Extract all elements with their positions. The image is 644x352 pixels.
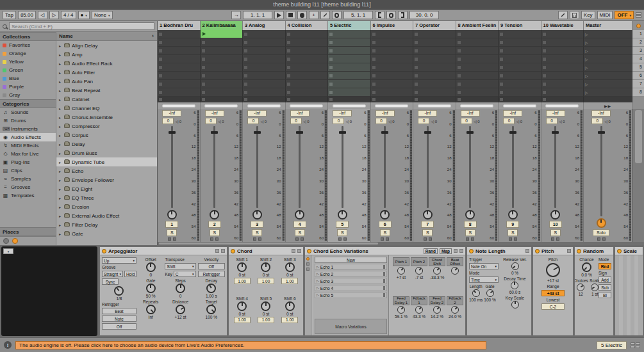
clip-slot[interactable] bbox=[371, 55, 414, 63]
volume-fader[interactable] bbox=[554, 126, 556, 208]
clip-slot[interactable] bbox=[286, 30, 329, 38]
arp-gate-knob[interactable] bbox=[146, 284, 156, 293]
automation-arm-button[interactable] bbox=[320, 11, 330, 19]
scene-launch-slot[interactable]: ▷ bbox=[584, 80, 632, 88]
arp-retrigger-option-button[interactable]: Beat bbox=[102, 308, 136, 314]
scene-scrollbar[interactable] bbox=[632, 109, 644, 242]
scene-number[interactable]: 6 bbox=[632, 72, 644, 80]
monitor-icon[interactable] bbox=[258, 237, 261, 241]
clip-stop-button[interactable] bbox=[286, 97, 329, 102]
category-item[interactable]: ⌨ Instruments bbox=[0, 125, 56, 133]
nudge-down-button[interactable]: ◁ bbox=[38, 11, 47, 19]
monitor-icon[interactable] bbox=[215, 237, 219, 241]
fader-handle[interactable] bbox=[254, 131, 261, 134]
clip-slot[interactable] bbox=[541, 38, 584, 47]
clip-slot[interactable] bbox=[541, 88, 584, 97]
solo-button[interactable]: S bbox=[167, 229, 177, 236]
clip-slot[interactable] bbox=[456, 47, 499, 55]
scene-launch-slot[interactable]: ▷ bbox=[584, 38, 632, 47]
macro-value[interactable]: 43.3 % bbox=[413, 314, 425, 319]
loop-length-display[interactable]: 30. 0. 0 bbox=[409, 11, 439, 19]
clip-slot[interactable] bbox=[328, 47, 371, 55]
arp-velocity-retrigger-button[interactable]: Retrigger bbox=[198, 271, 225, 277]
clip-slot[interactable] bbox=[243, 88, 286, 97]
clip-stop-button[interactable] bbox=[158, 97, 201, 102]
time-signature-display[interactable]: 4 / 4 bbox=[61, 11, 76, 19]
range-value-box[interactable]: +43 st bbox=[541, 290, 565, 296]
clip-slot[interactable] bbox=[328, 88, 371, 97]
track-activator-button[interactable]: 7 bbox=[421, 221, 434, 228]
play-button[interactable] bbox=[274, 11, 284, 19]
preview-icon[interactable] bbox=[3, 238, 9, 244]
arp-retrigger-option-button[interactable]: Note bbox=[102, 316, 136, 322]
sign-option-button[interactable]: Add bbox=[599, 276, 611, 283]
device-list-item[interactable]: ▸ Cabinet bbox=[56, 95, 157, 104]
shift-value[interactable]: 0 st bbox=[263, 273, 269, 277]
save-preset-icon[interactable] bbox=[297, 249, 301, 253]
clip-slot[interactable] bbox=[328, 30, 371, 38]
clip-slot[interactable] bbox=[541, 72, 584, 80]
arp-style-menu[interactable]: Up bbox=[102, 257, 136, 264]
macro-knob[interactable] bbox=[433, 267, 441, 275]
expand-triangle-icon[interactable]: ▸ bbox=[59, 151, 62, 156]
clip-slot[interactable] bbox=[456, 30, 499, 38]
arp-target-knob[interactable] bbox=[206, 305, 216, 314]
expand-triangle-icon[interactable]: ▸ bbox=[59, 196, 62, 200]
expand-triangle-icon[interactable]: ▸ bbox=[59, 214, 62, 218]
clip-slot[interactable] bbox=[328, 63, 371, 72]
category-item[interactable]: ◇ Max for Live bbox=[0, 150, 56, 158]
master-volume-fader[interactable] bbox=[600, 126, 602, 216]
track-activator-button[interactable]: 6 bbox=[379, 221, 392, 228]
category-item[interactable]: ▤ Clips bbox=[0, 166, 56, 175]
clip-slot[interactable] bbox=[371, 63, 414, 72]
device-list-item[interactable]: ▸ Audio Effect Rack bbox=[56, 59, 157, 68]
monitor-icon[interactable] bbox=[556, 237, 559, 241]
clip-slot[interactable] bbox=[286, 80, 329, 88]
clip-slot[interactable] bbox=[243, 47, 286, 55]
expand-triangle-icon[interactable]: ▸ bbox=[59, 106, 62, 111]
solo-button[interactable]: S bbox=[337, 229, 347, 236]
collection-item[interactable]: Orange bbox=[0, 49, 56, 58]
arp-rate-knob[interactable] bbox=[114, 286, 124, 296]
clip-slot[interactable] bbox=[499, 30, 541, 38]
clip-slot[interactable] bbox=[328, 55, 371, 63]
clip-slot[interactable] bbox=[371, 30, 414, 38]
tempo-display[interactable]: 85.00 bbox=[18, 11, 36, 19]
clip-slot[interactable] bbox=[243, 72, 286, 80]
clip-slot[interactable] bbox=[371, 72, 414, 80]
rack-map-button[interactable]: Map bbox=[440, 248, 452, 254]
device-list-item[interactable]: ▸ Gate bbox=[56, 229, 157, 238]
monitor-icon[interactable] bbox=[602, 237, 606, 241]
category-item[interactable]: ♫ Sounds bbox=[0, 108, 56, 116]
clip-slot[interactable] bbox=[456, 88, 499, 97]
expand-triangle-icon[interactable]: ▸ bbox=[59, 52, 62, 57]
clip-slot[interactable] bbox=[158, 88, 201, 97]
macro-variations-button[interactable]: Macro Variations bbox=[315, 319, 387, 334]
device-list-item[interactable]: ▸ Echo bbox=[56, 166, 157, 175]
clip-slot[interactable] bbox=[158, 38, 201, 47]
solo-button[interactable]: S bbox=[252, 229, 262, 236]
expand-triangle-icon[interactable]: ▸ bbox=[59, 187, 62, 191]
track-header[interactable]: 6 Impulse bbox=[371, 21, 414, 30]
track-activator-button[interactable]: 9 bbox=[506, 221, 519, 228]
clip-slot[interactable] bbox=[158, 47, 201, 55]
monitor-icon[interactable] bbox=[301, 237, 304, 241]
category-item[interactable]: ◉ Audio Effects bbox=[0, 133, 56, 141]
track-header[interactable]: 9 Tension bbox=[499, 21, 541, 30]
clip-slot[interactable] bbox=[201, 63, 244, 72]
clip-slot[interactable] bbox=[499, 88, 541, 97]
clip-slot[interactable] bbox=[286, 72, 329, 80]
monitor-icon[interactable] bbox=[386, 237, 389, 241]
crossfade-icon[interactable] bbox=[509, 237, 512, 241]
gate-value[interactable]: 100 % bbox=[484, 298, 495, 302]
clip-slot[interactable] bbox=[286, 47, 329, 55]
track-header[interactable]: 10 Wavetable bbox=[541, 21, 584, 30]
device-titlebar[interactable]: Scale bbox=[615, 247, 643, 255]
scene-launch-slot[interactable]: ▷ bbox=[584, 30, 632, 38]
category-item[interactable]: ≈ Samples bbox=[0, 175, 56, 183]
track-header[interactable]: 7 Operator bbox=[413, 21, 456, 30]
clip-slot[interactable] bbox=[158, 30, 201, 38]
shift-velocity-box[interactable]: 1.00 bbox=[281, 278, 298, 284]
volume-display[interactable]: -Inf bbox=[376, 110, 395, 116]
clip-slot[interactable] bbox=[243, 55, 286, 63]
